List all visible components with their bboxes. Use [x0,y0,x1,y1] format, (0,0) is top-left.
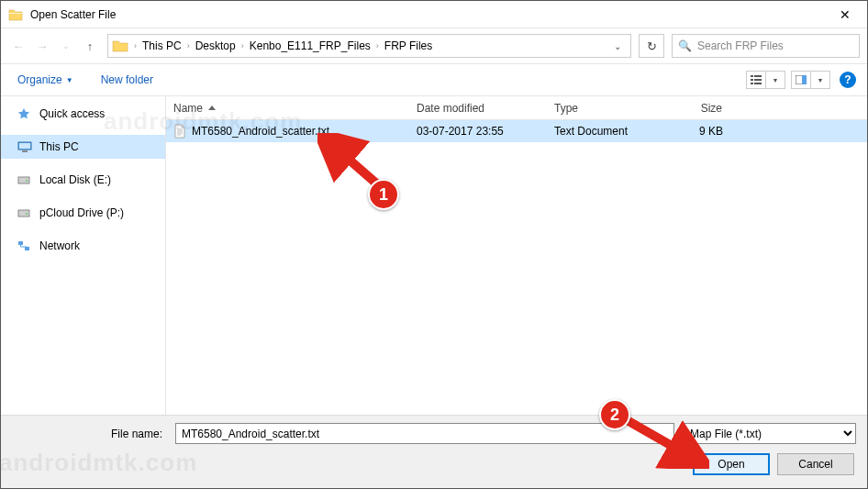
search-icon: 🔍 [678,39,692,52]
open-button[interactable]: Open [693,453,770,475]
cancel-button[interactable]: Cancel [777,453,854,475]
organize-label: Organize [17,73,62,86]
col-type[interactable]: Type [547,96,657,119]
title-bar: Open Scatter File ✕ [1,1,867,28]
file-list-area: Name Date modified Type Size MT6580_Andr… [166,96,867,415]
text-file-icon [173,124,186,139]
crumb-folder2[interactable]: FRP Files [383,39,434,52]
preview-pane-group: ▼ [791,71,830,89]
breadcrumb-dropdown[interactable]: ⌄ [608,41,627,51]
crumb-desktop[interactable]: Desktop [194,39,238,52]
view-mode-group: ▼ [746,71,785,89]
view-dropdown[interactable]: ▼ [765,71,785,89]
back-button[interactable]: ← [8,36,28,56]
nav-tree: Quick access This PC Local Disk (E:) pCl… [1,96,166,415]
svg-rect-7 [802,75,807,84]
col-size[interactable]: Size [657,96,730,119]
tree-label: This PC [39,140,79,153]
filetype-select[interactable]: Map File (*.txt) [682,423,856,444]
search-input[interactable]: 🔍 Search FRP Files [672,34,860,58]
disk-icon [17,174,32,185]
svg-rect-0 [751,75,753,77]
column-headers: Name Date modified Type Size [166,96,867,120]
filename-input[interactable] [175,423,674,444]
tree-local-disk-e[interactable]: Local Disk (E:) [1,168,165,192]
organize-button[interactable]: Organize ▼ [12,70,79,90]
pc-icon [17,141,32,152]
svg-rect-2 [751,79,753,81]
up-button[interactable]: ↑ [80,36,100,56]
search-placeholder: Search FRP Files [697,39,784,52]
file-name-cell: MT6580_Android_scatter.txt [166,124,409,139]
chevron-right-icon: › [238,41,248,50]
toolbar: Organize ▼ New folder ▼ ▼ ? [1,63,867,96]
chevron-right-icon: › [373,41,383,50]
folder-icon [8,8,23,21]
window-title: Open Scatter File [30,8,830,21]
tree-label: Local Disk (E:) [39,173,111,186]
chevron-down-icon: ▼ [66,76,73,84]
tree-pcloud-drive[interactable]: pCloud Drive (P:) [1,201,165,225]
tree-quick-access[interactable]: Quick access [1,102,165,126]
breadcrumb[interactable]: › This PC › Desktop › Kenbo_E111_FRP_Fil… [107,34,631,58]
chevron-right-icon: › [130,41,140,50]
tree-label: Network [39,239,80,252]
chevron-right-icon: › [184,41,194,50]
main-area: Quick access This PC Local Disk (E:) pCl… [1,96,867,415]
new-folder-label: New folder [101,73,153,86]
network-icon [17,240,32,251]
crumb-this-pc[interactable]: This PC [140,39,184,52]
tree-network[interactable]: Network [1,234,165,258]
forward-button[interactable]: → [32,36,52,56]
preview-pane-button[interactable] [791,71,811,89]
svg-rect-15 [18,241,23,245]
file-type: Text Document [547,125,657,138]
svg-rect-11 [18,177,29,183]
view-details-button[interactable] [746,71,766,89]
svg-point-14 [26,213,28,215]
svg-rect-10 [22,150,28,152]
tree-this-pc[interactable]: This PC [1,135,165,159]
file-name: MT6580_Android_scatter.txt [192,125,329,138]
help-button[interactable]: ? [840,72,856,88]
svg-point-12 [26,180,28,182]
file-size: 9 KB [657,125,730,138]
tree-label: pCloud Drive (P:) [39,206,124,219]
folder-icon [112,39,128,52]
svg-rect-9 [19,143,30,149]
crumb-folder1[interactable]: Kenbo_E111_FRP_Files [248,39,373,52]
disk-icon [17,207,32,218]
svg-rect-16 [25,247,29,250]
preview-dropdown[interactable]: ▼ [810,71,830,89]
star-icon [17,107,32,120]
nav-bar: ← → ⌄ ↑ › This PC › Desktop › Kenbo_E111… [1,28,867,63]
new-folder-button[interactable]: New folder [95,70,159,90]
close-button[interactable]: ✕ [830,7,860,22]
svg-rect-13 [18,210,29,217]
bottom-panel: File name: Map File (*.txt) Open Cancel [1,415,867,488]
refresh-button[interactable]: ↻ [639,34,664,58]
file-row[interactable]: MT6580_Android_scatter.txt 03-07-2017 23… [166,120,867,142]
col-date[interactable]: Date modified [409,96,547,119]
recent-dropdown[interactable]: ⌄ [56,36,76,56]
svg-rect-4 [751,83,753,84]
file-date: 03-07-2017 23:55 [409,125,547,138]
col-name[interactable]: Name [166,96,409,119]
filename-label: File name: [12,428,168,440]
svg-rect-1 [754,75,762,77]
svg-rect-5 [754,83,762,84]
tree-label: Quick access [39,107,105,120]
svg-rect-3 [754,79,762,81]
